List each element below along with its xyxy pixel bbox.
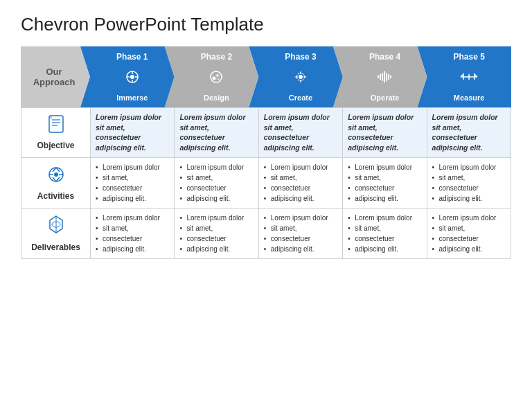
our-approach-label: OurApproach [21,46,90,107]
objective-label: Objective [37,141,74,150]
deliverables-list-3: Lorem ipsum dolor sit amet, consectetuer… [264,213,337,254]
objective-text-1: Lorem ipsum dolor sit amet, consectetuer… [96,113,161,152]
chevron-phase-3: Phase 3 Create [249,46,343,107]
list-item: consectetuer [179,233,253,244]
objective-text-5: Lorem ipsum dolor sit amet, consectetuer… [432,113,498,152]
list-item: Lorem ipsum dolor [96,162,169,172]
list-item: Lorem ipsum dolor [96,213,169,223]
list-item: adipiscing elit. [264,244,337,254]
svg-point-7 [213,76,216,80]
chevron-row: OurApproach Phase 1 Immerse Phase 2 [21,46,511,107]
objective-text-2: Lorem ipsum dolor sit amet, consectetuer… [179,113,245,152]
activities-list-2: Lorem ipsum dolor sit amet, consectetuer… [179,162,253,204]
design-icon [209,69,224,87]
measure-icon [459,71,479,85]
list-item: sit amet, [96,172,169,183]
chevron-phase-2: Phase 2 Design [165,46,259,107]
list-item: consectetuer [96,183,169,193]
list-item: consectetuer [348,233,421,244]
activities-list-1: Lorem ipsum dolor sit amet, consectetuer… [96,162,169,204]
deliverables-list-1: Lorem ipsum dolor sit amet, consectetuer… [96,213,169,254]
phase-5-name: Measure [454,94,485,102]
list-item: adipiscing elit. [264,193,337,204]
phase-1-name: Immerse [116,94,148,102]
objective-text-4: Lorem ipsum dolor sit amet, consectetuer… [348,113,414,152]
activities-header: Activities [21,157,91,208]
list-item: adipiscing elit. [432,244,506,254]
list-item: adipiscing elit. [179,193,253,204]
svg-point-1 [130,75,134,79]
phase-2-label: Phase 2 [201,52,232,62]
svg-point-9 [218,78,220,80]
activities-cell-4: Lorem ipsum dolor sit amet, consectetuer… [343,157,427,208]
activities-label: Activities [37,191,74,201]
objective-cell-1: Lorem ipsum dolor sit amet, consectetuer… [91,108,175,158]
objective-cell-2: Lorem ipsum dolor sit amet, consectetuer… [175,108,258,158]
objective-cell-3: Lorem ipsum dolor sit amet, consectetuer… [258,108,342,158]
deliverables-cell-5: Lorem ipsum dolor sit amet, consectetuer… [427,208,511,258]
list-item: consectetuer [264,183,337,193]
list-item: Lorem ipsum dolor [179,213,253,223]
list-item: Lorem ipsum dolor [179,162,253,172]
activities-icon [46,165,66,188]
deliverables-icon [47,215,65,240]
list-item: consectetuer [96,233,169,244]
list-item: sit amet, [348,172,421,183]
svg-rect-13 [380,74,381,80]
content-table: Objective Lorem ipsum dolor sit amet, co… [21,107,511,259]
deliverables-header: Deliverables [21,208,91,258]
list-item: Lorem ipsum dolor [264,162,337,172]
objective-row: Objective Lorem ipsum dolor sit amet, co… [21,108,511,158]
deliverables-list-5: Lorem ipsum dolor sit amet, consectetuer… [432,213,506,254]
list-item: adipiscing elit. [96,193,169,204]
deliverables-cell-1: Lorem ipsum dolor sit amet, consectetuer… [91,208,175,258]
deliverables-cell-4: Lorem ipsum dolor sit amet, consectetuer… [343,208,427,258]
activities-list-4: Lorem ipsum dolor sit amet, consectetuer… [348,162,421,204]
chevron-phase-4: Phase 4 Operate [333,46,427,107]
activities-cell-5: Lorem ipsum dolor sit amet, consectetuer… [427,157,511,208]
operate-icon [377,71,393,85]
svg-rect-18 [390,76,391,78]
phase-4-label: Phase 4 [369,52,400,62]
activities-row: Activities Lorem ipsum dolor sit amet, c… [21,157,511,208]
list-item: sit amet, [96,223,169,233]
objective-header: Objective [21,108,91,158]
svg-point-33 [54,172,58,177]
list-item: sit amet, [432,223,506,233]
phase-4-name: Operate [371,94,400,102]
list-item: adipiscing elit. [348,193,421,204]
deliverables-label: Deliverables [31,242,80,252]
list-item: Lorem ipsum dolor [348,162,421,172]
list-item: sit amet, [264,223,337,233]
deliverables-list-2: Lorem ipsum dolor sit amet, consectetuer… [179,213,253,254]
list-item: adipiscing elit. [432,193,506,204]
list-item: consectetuer [264,233,337,244]
svg-point-6 [211,71,222,82]
list-item: sit amet, [432,172,506,183]
list-item: Lorem ipsum dolor [348,213,421,223]
list-item: adipiscing elit. [96,244,169,254]
page-title: Chevron PowerPoint Template [21,14,511,35]
svg-rect-25 [49,116,52,119]
svg-rect-16 [386,73,387,81]
list-item: sit amet, [348,223,421,233]
phase-5-label: Phase 5 [453,52,484,62]
svg-rect-17 [388,74,389,80]
list-item: Lorem ipsum dolor [432,213,506,223]
deliverables-list-4: Lorem ipsum dolor sit amet, consectetuer… [348,213,421,254]
svg-point-8 [216,74,219,77]
list-item: sit amet, [179,172,253,183]
objective-icon [46,114,66,138]
phase-3-label: Phase 3 [285,52,316,62]
list-item: sit amet, [264,172,337,183]
svg-rect-15 [384,71,385,82]
phase-1-label: Phase 1 [116,52,148,62]
list-item: sit amet, [179,223,253,233]
list-item: consectetuer [432,183,506,193]
activities-cell-2: Lorem ipsum dolor sit amet, consectetuer… [175,157,258,208]
deliverables-cell-2: Lorem ipsum dolor sit amet, consectetuer… [175,208,258,258]
immerse-icon [125,69,140,87]
phase-3-name: Create [289,94,312,102]
activities-cell-1: Lorem ipsum dolor sit amet, consectetuer… [91,157,175,208]
list-item: Lorem ipsum dolor [264,213,337,223]
